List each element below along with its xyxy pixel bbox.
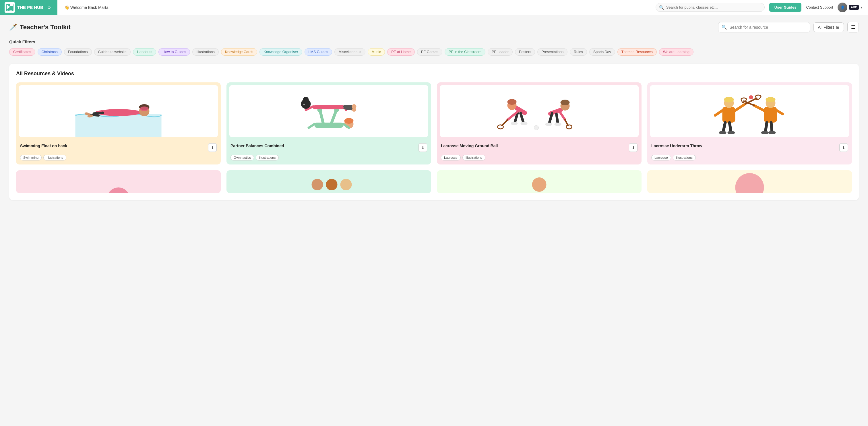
resource-cards-grid: Swimming Float on back ⬇ Swimming Illust… [16,82,852,164]
swimming-illustration [19,85,218,137]
all-filters-button[interactable]: All Filters ⊟ [813,22,844,32]
card-image-inner [19,85,218,137]
svg-point-16 [344,118,353,124]
nav-search-area: 🔍 [656,3,765,12]
svg-rect-4 [75,114,162,137]
card-title: Partner Balances Combined [230,143,284,148]
svg-point-38 [511,122,518,125]
filter-chip[interactable]: PE in the Classroom [445,48,485,56]
partial-card [16,170,221,193]
gymnastics-illustration [229,85,428,137]
svg-point-48 [546,123,552,126]
svg-point-59 [719,131,726,134]
svg-point-53 [534,125,539,130]
page-header: 🗡️ Teacher's Toolkit 🔍 All Filters ⊟ ☰ [9,22,859,32]
resource-cards-bottom-grid [16,170,852,193]
contact-support-link[interactable]: Contact Support [806,5,833,9]
svg-point-49 [555,123,561,126]
logo-area: PE HUB THE PE HUB » [0,0,57,15]
filter-chip[interactable]: Knowledge Cards [221,48,257,56]
download-button[interactable]: ⬇ [629,143,638,152]
filter-chip[interactable]: Miscellaneous [334,48,365,56]
svg-rect-2 [10,4,13,6]
filter-chip[interactable]: Rules [570,48,587,56]
partial-card-inner [226,170,431,193]
tag-illustrations[interactable]: Illustrations [43,155,66,160]
svg-rect-64 [764,107,777,123]
filter-chip[interactable]: Certificates [9,48,35,56]
card-title-row: Lacrosse Moving Ground Ball ⬇ [441,143,638,152]
svg-line-41 [502,120,508,125]
filter-chip[interactable]: Christmas [38,48,62,56]
top-navigation: PE HUB THE PE HUB » 👋 Welcome Back Marta… [0,0,868,15]
partial-card [226,170,431,193]
svg-line-71 [754,105,764,111]
filter-chip[interactable]: LMS Guides [305,48,332,56]
svg-point-32 [352,108,356,112]
svg-point-42 [498,125,503,129]
avatar-image: 👤 [838,3,847,12]
partial-illustration [16,170,221,193]
filter-chip[interactable]: PE Leader [488,48,513,56]
user-badge: ABC [849,5,859,10]
svg-point-52 [566,125,572,129]
nav-search-input[interactable] [656,3,765,12]
filter-chip[interactable]: PE Games [417,48,442,56]
logo-icon: PE HUB [5,2,15,12]
filter-chip[interactable]: Guides to website [94,48,131,56]
nav-search-icon: 🔍 [659,5,664,10]
user-avatar-area[interactable]: 👤 ABC ▾ [838,3,862,12]
resource-search-input[interactable] [718,22,810,32]
svg-point-74 [749,95,753,99]
tag-lacrosse[interactable]: Lacrosse [441,155,461,160]
card-tags: Swimming Illustrations [20,155,217,160]
svg-rect-14 [315,123,343,128]
partial-card-inner [437,170,642,193]
sort-icon: ☰ [851,24,855,30]
page-title-area: 🗡️ Teacher's Toolkit [9,24,71,31]
header-right-controls: 🔍 All Filters ⊟ ☰ [718,22,859,32]
tag-illustrations[interactable]: Illustrations [462,155,485,160]
svg-line-47 [557,114,558,123]
nav-expand-icon[interactable]: » [48,4,51,10]
svg-line-61 [735,104,745,111]
resources-section-title: All Resources & Videos [16,71,852,77]
svg-line-57 [723,123,725,132]
tag-illustrations[interactable]: Illustrations [673,155,696,160]
tag-gymnastics[interactable]: Gymnastics [230,155,254,160]
filter-chip[interactable]: Foundations [64,48,92,56]
filter-chip[interactable]: How to Guides [158,48,190,56]
filter-chip[interactable]: Handouts [133,48,156,56]
filter-chip[interactable]: PE at Home [387,48,414,56]
resource-search-icon: 🔍 [722,25,727,30]
card-title: Lacrosse Moving Ground Ball [441,143,498,148]
card-image-inner [440,85,639,137]
card-title-row: Partner Balances Combined ⬇ [230,143,427,152]
sort-button[interactable]: ☰ [847,22,859,32]
partial-illustration [226,170,431,193]
filter-chip[interactable]: Sports Day [589,48,615,56]
tag-swimming[interactable]: Swimming [20,155,42,160]
card-body: Partner Balances Combined ⬇ Gymnastics I… [226,140,431,164]
svg-line-37 [521,113,524,123]
svg-point-79 [326,179,338,190]
filter-chip[interactable]: We are Learning [659,48,693,56]
download-button[interactable]: ⬇ [418,143,427,152]
download-button[interactable]: ⬇ [208,143,217,152]
download-button[interactable]: ⬇ [839,143,848,152]
filter-chip[interactable]: Themed Resources [617,48,657,56]
filter-chip[interactable]: Knowledge Organiser [259,48,302,56]
filter-chip[interactable]: Music [368,48,385,56]
tag-illustrations[interactable]: Illustrations [256,155,279,160]
main-content: 🗡️ Teacher's Toolkit 🔍 All Filters ⊟ ☰ Q… [0,15,868,207]
svg-line-51 [565,120,568,125]
partial-card [437,170,642,193]
card-tags: Lacrosse Illustrations [651,155,848,160]
filter-chip[interactable]: Posters [515,48,535,56]
filter-chip[interactable]: Illustrations [192,48,218,56]
user-guides-button[interactable]: User Guides [769,3,802,12]
svg-line-50 [559,111,565,120]
svg-point-13 [140,106,149,111]
filter-chip[interactable]: Presentations [537,48,567,56]
tag-lacrosse[interactable]: Lacrosse [651,155,671,160]
